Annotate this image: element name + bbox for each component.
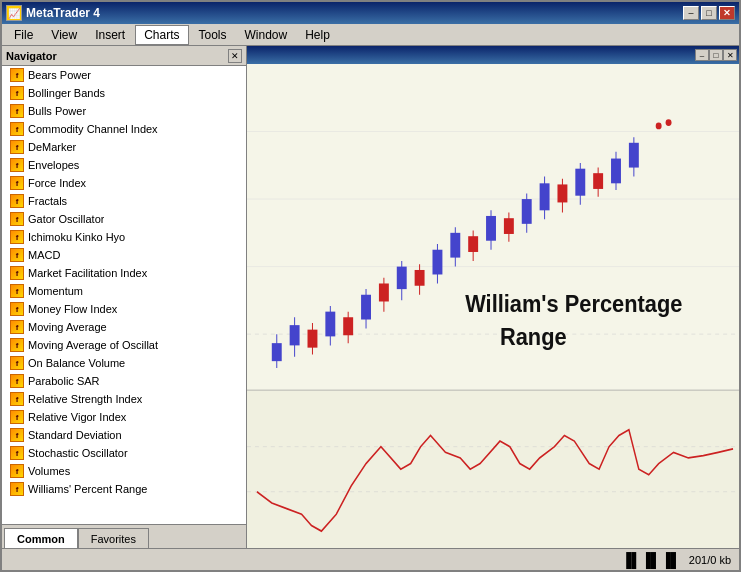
tab-favorites[interactable]: Favorites <box>78 528 149 548</box>
nav-item[interactable]: fMoney Flow Index <box>2 300 246 318</box>
menu-bar: File View Insert Charts Tools Window Hel… <box>2 24 739 46</box>
svg-rect-19 <box>343 317 353 335</box>
indicator-label: Parabolic SAR <box>28 375 100 387</box>
nav-item[interactable]: fStandard Deviation <box>2 426 246 444</box>
svg-rect-41 <box>540 183 550 210</box>
navigator-title: Navigator <box>6 50 57 62</box>
nav-item[interactable]: fMoving Average of Oscillat <box>2 336 246 354</box>
indicator-icon: f <box>10 230 24 244</box>
indicator-icon: f <box>10 86 24 100</box>
svg-rect-21 <box>361 295 371 320</box>
svg-rect-45 <box>575 169 585 196</box>
svg-rect-7 <box>247 390 739 548</box>
indicator-icon: f <box>10 266 24 280</box>
svg-rect-51 <box>629 143 639 168</box>
app-icon: 📈 <box>6 5 22 21</box>
indicator-icon: f <box>10 68 24 82</box>
nav-item[interactable]: fBears Power <box>2 66 246 84</box>
nav-item[interactable]: fMarket Facilitation Index <box>2 264 246 282</box>
svg-rect-29 <box>432 250 442 275</box>
nav-item[interactable]: fDeMarker <box>2 138 246 156</box>
close-button[interactable]: ✕ <box>719 6 735 20</box>
nav-item[interactable]: fParabolic SAR <box>2 372 246 390</box>
menu-charts[interactable]: Charts <box>135 25 188 45</box>
chart-area: – □ ✕ <box>247 46 739 548</box>
indicator-icon: f <box>10 212 24 226</box>
inner-title-bar: – □ ✕ <box>247 46 739 64</box>
svg-rect-47 <box>593 173 603 189</box>
indicator-label: Moving Average of Oscillat <box>28 339 158 351</box>
nav-item[interactable]: fEnvelopes <box>2 156 246 174</box>
main-content: Navigator ✕ fBears PowerfBollinger Bands… <box>2 46 739 548</box>
svg-rect-33 <box>468 236 478 252</box>
indicator-icon: f <box>10 158 24 172</box>
svg-point-52 <box>656 123 662 130</box>
indicator-icon: f <box>10 464 24 478</box>
indicator-icon: f <box>10 176 24 190</box>
indicator-label: Bears Power <box>28 69 91 81</box>
nav-item[interactable]: fMomentum <box>2 282 246 300</box>
nav-item[interactable]: fFractals <box>2 192 246 210</box>
indicator-icon: f <box>10 194 24 208</box>
indicator-label: Force Index <box>28 177 86 189</box>
tab-common[interactable]: Common <box>4 528 78 548</box>
svg-rect-37 <box>504 218 514 234</box>
menu-file[interactable]: File <box>6 26 41 44</box>
indicator-label: Standard Deviation <box>28 429 122 441</box>
svg-text:Range: Range <box>500 323 567 351</box>
minimize-button[interactable]: – <box>683 6 699 20</box>
indicator-icon: f <box>10 410 24 424</box>
nav-item[interactable]: fWilliams' Percent Range <box>2 480 246 498</box>
menu-insert[interactable]: Insert <box>87 26 133 44</box>
indicator-icon: f <box>10 284 24 298</box>
indicator-label: Envelopes <box>28 159 79 171</box>
chart-container: William's Percentage Range <box>247 64 739 548</box>
status-icon: ▐▌▐▌▐▌ <box>621 552 681 568</box>
svg-rect-39 <box>522 199 532 224</box>
main-window: 📈 MetaTrader 4 – □ ✕ File View Insert Ch… <box>0 0 741 572</box>
status-bar: ▐▌▐▌▐▌ 201/0 kb <box>2 548 739 570</box>
inner-minimize[interactable]: – <box>695 49 709 61</box>
restore-button[interactable]: □ <box>701 6 717 20</box>
nav-item[interactable]: fBulls Power <box>2 102 246 120</box>
indicator-label: Bulls Power <box>28 105 86 117</box>
inner-close[interactable]: ✕ <box>723 49 737 61</box>
nav-item[interactable]: fForce Index <box>2 174 246 192</box>
menu-view[interactable]: View <box>43 26 85 44</box>
svg-rect-43 <box>557 184 567 202</box>
nav-item[interactable]: fCommodity Channel Index <box>2 120 246 138</box>
indicator-label: Market Facilitation Index <box>28 267 147 279</box>
status-size: 201/0 kb <box>689 554 731 566</box>
navigator-list[interactable]: fBears PowerfBollinger BandsfBulls Power… <box>2 66 246 524</box>
indicator-label: Moving Average <box>28 321 107 333</box>
svg-rect-49 <box>611 159 621 184</box>
menu-tools[interactable]: Tools <box>191 26 235 44</box>
indicator-label: Stochastic Oscillator <box>28 447 128 459</box>
indicator-label: Money Flow Index <box>28 303 117 315</box>
nav-item[interactable]: fStochastic Oscillator <box>2 444 246 462</box>
nav-item[interactable]: fOn Balance Volume <box>2 354 246 372</box>
svg-rect-25 <box>397 267 407 290</box>
indicator-label: Relative Strength Index <box>28 393 142 405</box>
chart-svg: William's Percentage Range <box>247 64 739 548</box>
indicator-label: Volumes <box>28 465 70 477</box>
nav-item[interactable]: fMoving Average <box>2 318 246 336</box>
navigator-close-button[interactable]: ✕ <box>228 49 242 63</box>
svg-rect-11 <box>272 343 282 361</box>
nav-item[interactable]: fMACD <box>2 246 246 264</box>
svg-rect-15 <box>308 330 318 348</box>
inner-restore[interactable]: □ <box>709 49 723 61</box>
svg-rect-35 <box>486 216 496 241</box>
menu-window[interactable]: Window <box>237 26 296 44</box>
indicator-icon: f <box>10 140 24 154</box>
indicator-icon: f <box>10 320 24 334</box>
nav-item[interactable]: fRelative Strength Index <box>2 390 246 408</box>
menu-help[interactable]: Help <box>297 26 338 44</box>
nav-item[interactable]: fVolumes <box>2 462 246 480</box>
nav-item[interactable]: fGator Oscillator <box>2 210 246 228</box>
indicator-label: Fractals <box>28 195 67 207</box>
nav-item[interactable]: fIchimoku Kinko Hyo <box>2 228 246 246</box>
nav-item[interactable]: fRelative Vigor Index <box>2 408 246 426</box>
nav-item[interactable]: fBollinger Bands <box>2 84 246 102</box>
svg-rect-23 <box>379 283 389 301</box>
